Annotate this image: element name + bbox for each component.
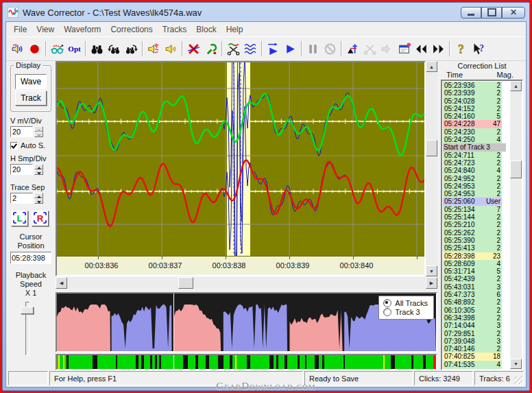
slider-thumb[interactable] [21,307,34,314]
v-div-input[interactable] [10,126,33,137]
vertical-scrollbar-track[interactable] [426,72,437,265]
smooth-filter-icon[interactable] [242,40,259,58]
menu-file[interactable]: File [9,23,32,36]
correction-row[interactable]: 05:24:9522 [443,175,502,182]
correction-row[interactable]: 05:28:6094 [443,260,502,267]
radio-track-3[interactable]: Track 3 [383,308,428,316]
correction-row[interactable]: 07:40:1462 [443,345,502,353]
resize-grip[interactable] [514,376,522,384]
h-div-input[interactable] [10,164,33,175]
minimize-button[interactable] [461,7,481,19]
correction-row[interactable]: 05:42:4392 [443,275,502,283]
scroll-up-icon[interactable]: ▲ [426,61,437,72]
h-div-spinner[interactable] [34,164,43,175]
correction-row[interactable]: 05:24:1522 [443,105,502,112]
correction-row[interactable]: 07:14:0443 [443,322,502,329]
list-scroll-up-icon[interactable]: ▲ [510,81,522,91]
find-previous-icon[interactable] [106,40,123,58]
menu-corrections[interactable]: Corrections [106,23,157,36]
options-icon[interactable]: Opt [66,40,83,58]
maximize-button[interactable] [481,7,502,19]
play-original-icon[interactable] [145,40,162,58]
horizontal-scrollbar-track[interactable] [67,277,426,289]
monitor-speaker-icon[interactable] [9,40,26,58]
play-from-cursor-icon[interactable] [265,40,282,58]
waveform-canvas[interactable] [57,62,424,256]
overview-display[interactable]: All Tracks Track 3 [56,292,437,353]
correction-row[interactable]: 05:23:9362 [443,82,502,89]
spin-up-icon[interactable] [34,126,43,132]
v-div-spinner[interactable] [34,126,43,137]
correction-row[interactable]: 05:24:1605 [443,112,502,120]
menu-tracks[interactable]: Tracks [158,23,192,36]
track-button[interactable]: Track [15,91,47,106]
correction-row[interactable]: 05:24:7232 [443,159,502,167]
correction-row[interactable]: 07:39:0483 [443,337,502,345]
correction-row[interactable]: 05:47:3736 [443,291,502,298]
properties-icon[interactable] [396,40,413,58]
fast-forward-icon[interactable] [430,40,447,58]
correction-row[interactable]: 05:24:8404 [443,167,502,174]
stop-icon[interactable] [322,40,339,58]
trace-sep-spinner[interactable] [34,193,43,204]
correction-row[interactable]: 05:24:9532 [443,182,502,190]
vertical-scrollbar-thumb[interactable] [426,140,437,156]
find-next-icon[interactable] [123,40,140,58]
correction-row[interactable]: 05:25:3902 [443,237,502,244]
trace-sep-input[interactable] [10,193,33,204]
menu-waveform[interactable]: Waveform [59,23,106,36]
spin-down-icon[interactable] [34,169,43,175]
delete-correction-icon[interactable] [185,40,202,58]
track-marker-row[interactable]: Start of Track 3 [443,143,506,151]
correction-row[interactable]: 05:24:22847 [443,120,502,128]
spin-down-icon[interactable] [34,198,43,204]
correction-row[interactable]: 07:40:82518 [443,353,502,360]
correction-row[interactable]: 06:34:3982 [443,314,502,322]
list-scroll-down-icon[interactable]: ▼ [510,359,522,369]
pause-icon[interactable] [304,40,322,58]
spin-up-icon[interactable] [34,193,43,198]
help-icon[interactable] [452,40,470,58]
scroll-down-icon[interactable]: ▼ [426,265,437,276]
menu-view[interactable]: View [32,23,59,36]
menu-help[interactable]: Help [221,23,248,36]
context-help-icon[interactable] [470,40,487,58]
correction-row[interactable]: 06:10:3052 [443,307,502,314]
correction-row[interactable]: 05:23:9392 [443,89,502,97]
correction-row[interactable]: 05:25:2622 [443,229,502,237]
correction-row[interactable]: 07:41:5354 [443,361,502,368]
list-scrollbar[interactable]: ▲ ▼ [510,81,522,369]
correction-row[interactable]: 05:24:0282 [443,97,502,105]
cut-block-icon[interactable] [225,40,242,58]
correction-row[interactable]: 07:41:8732 [443,368,502,369]
play-icon[interactable] [282,40,299,58]
right-channel-button[interactable]: R [32,211,49,226]
playback-speed-slider[interactable] [20,302,34,355]
vertical-scrollbar[interactable]: ▲ ▼ [426,61,437,276]
correction-row[interactable]: 07:29:8512 [443,330,502,337]
track-strip[interactable] [56,354,437,370]
correction-row[interactable]: 05:25:060User [443,198,502,205]
spin-down-icon[interactable] [34,132,43,137]
correction-row[interactable]: 05:28:39823 [443,252,502,260]
correction-row[interactable]: 05:24:2302 [443,128,502,136]
cut-icon[interactable] [361,40,378,58]
correction-row[interactable]: 05:25:2102 [443,221,502,228]
correction-row[interactable]: 05:43:0313 [443,283,502,291]
correction-row[interactable]: 05:25:1442 [443,213,502,221]
rewind-icon[interactable] [413,40,430,58]
close-button[interactable]: ✕ [502,7,525,19]
spin-up-icon[interactable] [34,164,43,169]
mute-icon[interactable] [378,40,396,58]
cursor-marker-icon[interactable] [344,40,361,58]
play-corrected-icon[interactable] [162,40,180,58]
waveform-display[interactable]: 00:03:83600:03:83700:03:83800:03:83900:0… [56,61,426,276]
left-channel-button[interactable]: L [11,211,28,226]
scan-waveform-icon[interactable] [49,40,66,58]
scroll-left-icon[interactable]: ◀ [56,277,67,289]
auto-s-checkbox[interactable] [10,142,18,150]
title-bar[interactable]: Wave Corrector - C:\Test Waves\lk4574a.w… [5,4,527,21]
menu-block[interactable]: Block [191,23,221,36]
scroll-right-icon[interactable]: ▶ [426,277,437,289]
correction-row[interactable]: 05:31:7145 [443,267,502,275]
